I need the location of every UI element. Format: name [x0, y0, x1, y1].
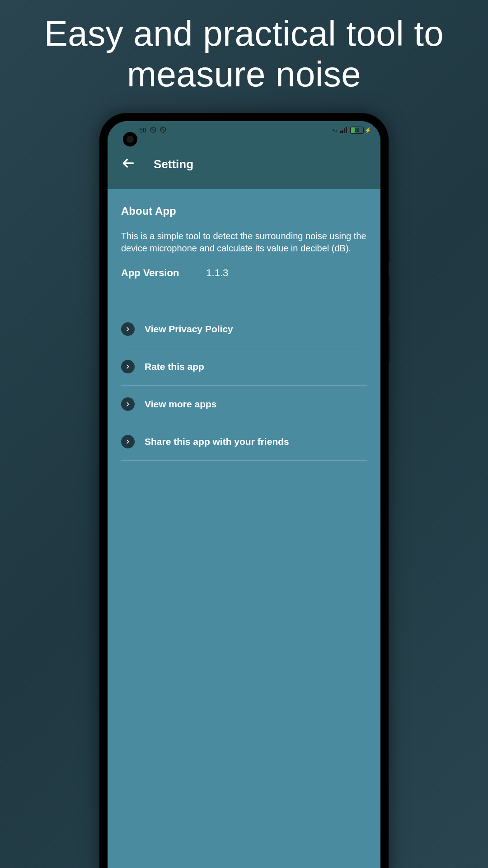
- phone-side-button: [389, 276, 390, 316]
- back-arrow-icon[interactable]: [121, 156, 136, 172]
- about-description: This is a simple tool to detect the surr…: [121, 230, 367, 255]
- status-time: 58: [139, 127, 146, 134]
- battery-indicator: 26 ⚡: [350, 127, 371, 134]
- svg-rect-4: [340, 131, 342, 133]
- phone-side-button: [389, 321, 390, 362]
- phone-frame: 58 4G 26: [99, 113, 389, 868]
- status-bar: 58 4G 26: [108, 121, 380, 139]
- signal-icon: [340, 127, 347, 134]
- phone-side-button: [389, 240, 390, 262]
- status-right: 4G 26 ⚡: [332, 127, 371, 134]
- dnd-icon: [160, 127, 166, 134]
- svg-line-1: [151, 128, 155, 131]
- battery-percent: 26: [354, 128, 359, 133]
- camera-cutout: [123, 132, 137, 146]
- app-header: Setting: [108, 139, 380, 189]
- header-title: Setting: [154, 157, 193, 171]
- menu-item-label: Share this app with your friends: [145, 436, 289, 447]
- about-section-title: About App: [121, 205, 367, 217]
- menu-item-more-apps[interactable]: View more apps: [121, 386, 367, 423]
- menu-item-label: Rate this app: [145, 361, 204, 372]
- version-value: 1.1.3: [206, 267, 228, 279]
- svg-rect-6: [344, 128, 345, 133]
- version-row: App Version 1.1.3: [121, 267, 367, 279]
- chevron-right-icon: [121, 435, 135, 448]
- menu-item-label: View Privacy Policy: [145, 324, 233, 335]
- phone-inner: 58 4G 26: [105, 118, 383, 868]
- dnd-icon: [150, 127, 156, 134]
- menu-list: View Privacy Policy Rate this app View m…: [121, 311, 367, 461]
- menu-item-privacy-policy[interactable]: View Privacy Policy: [121, 311, 367, 348]
- version-label: App Version: [121, 267, 179, 279]
- menu-item-rate-app[interactable]: Rate this app: [121, 348, 367, 386]
- phone-screen: 58 4G 26: [108, 121, 380, 868]
- svg-line-3: [161, 128, 164, 131]
- chevron-right-icon: [121, 397, 135, 411]
- menu-item-share-app[interactable]: Share this app with your friends: [121, 423, 367, 461]
- status-left: 58: [139, 127, 166, 134]
- charging-icon: ⚡: [365, 127, 371, 133]
- svg-rect-7: [346, 127, 347, 133]
- chevron-right-icon: [121, 360, 135, 373]
- svg-rect-5: [342, 130, 343, 133]
- content-area: About App This is a simple tool to detec…: [108, 189, 380, 476]
- promo-title: Easy and practical tool to measure noise: [0, 0, 488, 104]
- menu-item-label: View more apps: [145, 399, 217, 410]
- network-type: 4G: [332, 128, 338, 132]
- chevron-right-icon: [121, 322, 135, 336]
